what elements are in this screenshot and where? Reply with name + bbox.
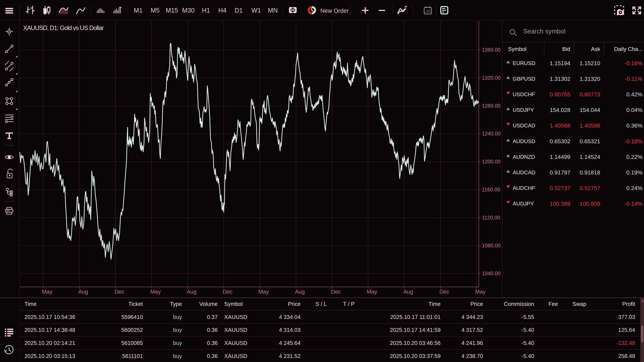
svg-text:May: May (367, 289, 377, 295)
svg-text:XAUUSD, D1: Gold vs US Dollar: XAUUSD, D1: Gold vs US Dollar (23, 24, 104, 31)
svg-text:Aug: Aug (187, 289, 196, 295)
svg-text:Dec: Dec (331, 289, 341, 295)
svg-text:May: May (258, 289, 269, 295)
svg-text:Dec: Dec (223, 289, 232, 295)
svg-text:1240.00: 1240.00 (482, 131, 500, 137)
svg-text:1280.00: 1280.00 (482, 103, 500, 109)
svg-text:1160.00: 1160.00 (482, 187, 500, 193)
svg-text:Dec: Dec (114, 289, 124, 295)
svg-text:Aug: Aug (78, 289, 88, 295)
svg-text:1040.00: 1040.00 (482, 271, 500, 276)
svg-text:May: May (42, 289, 52, 295)
svg-text:1120.00: 1120.00 (482, 215, 500, 221)
svg-text:1080.00: 1080.00 (482, 243, 500, 249)
svg-text:1360.00: 1360.00 (482, 47, 500, 53)
svg-text:1320.00: 1320.00 (482, 75, 500, 81)
svg-text:1200.00: 1200.00 (482, 159, 500, 165)
svg-text:Dec: Dec (440, 289, 449, 295)
svg-text:May: May (475, 289, 486, 295)
svg-text:Aug: Aug (403, 289, 413, 295)
svg-text:May: May (150, 289, 161, 295)
svg-text:Aug: Aug (295, 289, 305, 295)
